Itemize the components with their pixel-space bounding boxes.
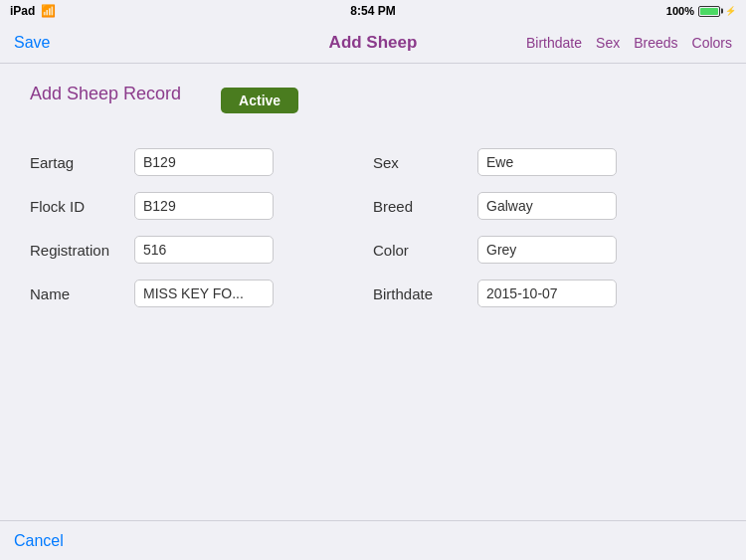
label-birthdate: Birthdate [373,285,467,302]
label-breed: Breed [373,198,467,215]
bottom-bar: Cancel [0,520,746,560]
input-breed[interactable] [477,192,617,220]
input-registration[interactable] [134,236,274,264]
status-right: 100% ⚡ [666,5,736,17]
status-bar: iPad 📶 8:54 PM 100% ⚡ [0,0,746,22]
form-row-eartag: Eartag [30,140,373,184]
label-color: Color [373,242,467,259]
input-color[interactable] [477,236,617,264]
input-birthdate[interactable] [477,280,617,307]
form-row-name: Name [30,272,373,315]
form-row-birthdate: Birthdate [373,272,716,315]
form-right-col: Sex Breed Color Birthdate [373,140,716,315]
nav-link-sex[interactable]: Sex [596,35,620,51]
input-sex[interactable] [477,148,617,176]
form-grid: Eartag Flock ID Registration Name Sex [30,140,716,315]
wifi-icon: 📶 [41,4,56,18]
nav-link-colors[interactable]: Colors [692,35,732,51]
section-title: Add Sheep Record [30,84,181,104]
nav-link-birthdate[interactable]: Birthdate [526,35,582,51]
input-eartag[interactable] [134,148,274,176]
header-section: Add Sheep Record Active [30,84,716,124]
input-name[interactable] [134,280,274,307]
form-row-color: Color [373,228,716,272]
cancel-button[interactable]: Cancel [14,532,64,550]
label-name: Name [30,285,124,302]
battery-label: 100% [666,5,694,17]
form-row-registration: Registration [30,228,373,272]
nav-bar: Save Add Sheep Birthdate Sex Breeds Colo… [0,22,746,64]
nav-link-breeds[interactable]: Breeds [634,35,677,51]
device-label: iPad [10,4,35,18]
label-eartag: Eartag [30,154,124,171]
battery-icon: ⚡ [698,6,736,17]
save-button[interactable]: Save [14,34,50,52]
status-time: 8:54 PM [350,4,395,18]
main-content: Add Sheep Record Active Eartag Flock ID … [0,64,746,520]
label-sex: Sex [373,154,467,171]
page-title: Add Sheep [329,33,418,53]
form-row-flock-id: Flock ID [30,184,373,228]
active-badge: Active [221,88,298,113]
label-flock-id: Flock ID [30,198,124,215]
nav-links: Birthdate Sex Breeds Colors [526,35,732,51]
form-row-breed: Breed [373,184,716,228]
form-row-sex: Sex [373,140,716,184]
status-left: iPad 📶 [10,4,56,18]
label-registration: Registration [30,242,124,259]
form-left-col: Eartag Flock ID Registration Name [30,140,373,315]
input-flock-id[interactable] [134,192,274,220]
